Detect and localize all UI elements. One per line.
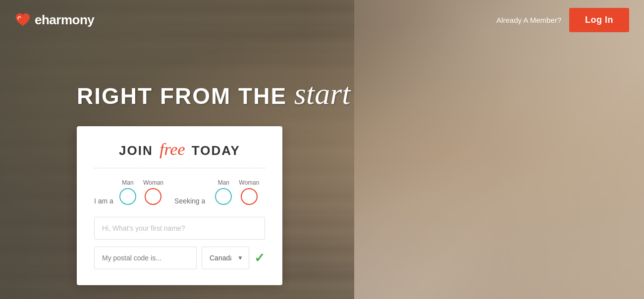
form-title: JOIN free TODAY xyxy=(94,140,265,159)
hero-heading: RIGHT FROM THE start xyxy=(77,77,351,110)
seeking-options: Man Woman xyxy=(215,179,259,205)
logo-text: eharmony xyxy=(35,12,94,28)
country-select-wrapper: Canada United States United Kingdom Aust… xyxy=(202,247,249,269)
seeking-man-option[interactable]: Man xyxy=(215,179,232,205)
form-divider xyxy=(94,168,265,168)
postal-country-row: Canada United States United Kingdom Aust… xyxy=(94,247,265,269)
man-radio-1[interactable] xyxy=(119,188,136,205)
i-am-label: I am a xyxy=(94,197,113,205)
logo-heart-icon xyxy=(15,12,31,28)
gender-selection-row: I am a Man Woman Seeking a Man Woman xyxy=(94,179,265,205)
woman-label-1: Woman xyxy=(143,179,163,186)
header: eharmony Already A Member? Log In xyxy=(0,0,644,40)
postal-code-input[interactable] xyxy=(94,247,197,269)
login-button[interactable]: Log In xyxy=(569,8,629,32)
woman-radio-1[interactable] xyxy=(145,188,161,205)
man-radio-2[interactable] xyxy=(215,188,232,205)
member-prompt: Already A Member? xyxy=(496,16,561,24)
hero-text: RIGHT FROM THE start xyxy=(77,77,351,110)
hero-script-word: start xyxy=(294,77,351,110)
i-am-woman-option[interactable]: Woman xyxy=(143,179,163,205)
check-icon: ✓ xyxy=(254,250,265,266)
join-form-card: JOIN free TODAY I am a Man Woman Seeking… xyxy=(77,126,282,285)
form-title-today: TODAY xyxy=(192,143,240,158)
i-am-options: Man Woman xyxy=(119,179,163,205)
hero-line1: RIGHT FROM THE xyxy=(77,83,287,109)
header-right: Already A Member? Log In xyxy=(496,8,629,32)
woman-label-2: Woman xyxy=(239,179,259,186)
country-select[interactable]: Canada United States United Kingdom Aust… xyxy=(202,247,249,269)
man-label-2: Man xyxy=(218,179,229,186)
woman-radio-2[interactable] xyxy=(241,188,258,205)
man-label-1: Man xyxy=(122,179,133,186)
seeking-label: Seeking a xyxy=(174,197,205,205)
first-name-input[interactable] xyxy=(94,217,265,240)
i-am-man-option[interactable]: Man xyxy=(119,179,136,205)
form-title-free: free xyxy=(160,140,185,158)
seeking-woman-option[interactable]: Woman xyxy=(239,179,259,205)
form-title-join: JOIN xyxy=(119,143,153,158)
logo: eharmony xyxy=(15,12,94,28)
